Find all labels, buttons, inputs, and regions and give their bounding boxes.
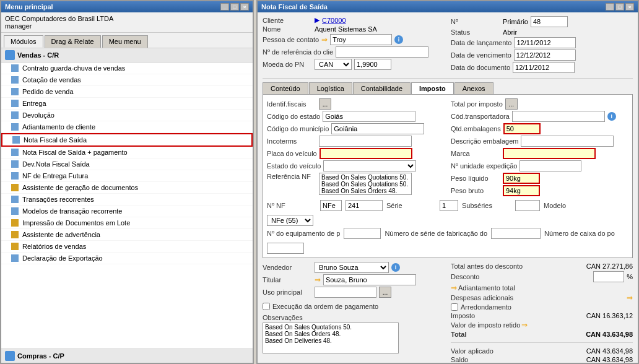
menu-item-dev-nota[interactable]: Dev.Nota Fiscal Saída — [1, 158, 253, 170]
incoterms-input[interactable] — [319, 136, 412, 147]
menu-item-adiantamento[interactable]: Adiantamento de cliente — [1, 121, 253, 133]
item-label-declaracao: Declaração de Exportação — [22, 254, 103, 262]
item-label-assistente-geracao: Assistente de geração de documentos — [22, 184, 138, 191]
subseries-input[interactable] — [515, 200, 540, 211]
vendedor-info-icon[interactable]: i — [391, 263, 400, 272]
right-minimize-button[interactable]: _ — [606, 3, 614, 11]
fabricacao-input[interactable] — [491, 228, 541, 239]
arredondamento-checkbox[interactable] — [451, 303, 458, 311]
menu-item-nf-futura[interactable]: NF de Entrega Futura — [1, 170, 253, 182]
saldo-row: Saldo CAN 43.634,98 — [451, 355, 633, 363]
right-panel: Nota Fiscal de Saída _ □ × Cliente ▶ C70… — [256, 0, 639, 364]
section-label-vendas: Vendas - C/R — [17, 51, 59, 59]
valor-aplicado-value: CAN 43.634,98 — [586, 347, 633, 355]
minimize-button[interactable]: _ — [220, 3, 229, 11]
marca-row: Marca — [451, 148, 628, 159]
observacoes-textarea[interactable]: Based On Sales Quotations 50. Based On S… — [263, 323, 399, 353]
menu-item-declaracao[interactable]: Declaração de Exportação — [1, 253, 253, 264]
nro-nf-input[interactable] — [346, 200, 383, 211]
menu-item-modelos[interactable]: Modelos de transação recorrente — [1, 206, 253, 217]
moeda-label: Moeda do PN — [263, 61, 312, 68]
cliente-value[interactable]: C70000 — [322, 17, 346, 24]
vencimento-input[interactable] — [514, 50, 576, 61]
qtd-emb-row: Qtd.embalagens — [451, 123, 628, 134]
estado-row: Estado do veículo — [267, 160, 445, 171]
menu-item-relatorios[interactable]: Relatórios de vendas — [1, 241, 253, 253]
desc-emb-input[interactable] — [521, 136, 614, 147]
vendedor-select[interactable]: Bruno Souza — [315, 262, 389, 273]
right-maximize-button[interactable]: □ — [615, 3, 624, 11]
serie-input[interactable] — [440, 200, 458, 211]
uso-input[interactable] — [315, 287, 376, 298]
lancamento-input[interactable] — [514, 37, 576, 48]
equipamento-input[interactable] — [344, 228, 381, 239]
menu-item-pedido[interactable]: Pedido de venda — [1, 86, 253, 98]
imposto-sum-label: Imposto — [451, 312, 500, 319]
moeda-rate[interactable] — [354, 59, 391, 70]
item-icon-nota-fiscal — [12, 136, 20, 144]
menu-item-entrega[interactable]: Entrega — [1, 98, 253, 110]
ref-input[interactable] — [336, 46, 428, 58]
nro-nf-type[interactable] — [320, 200, 342, 211]
menu-item-nota-fiscal[interactable]: Nota Fiscal de Saída — [1, 133, 253, 147]
compras-icon — [5, 351, 15, 361]
cod-transp-info-icon[interactable]: i — [607, 112, 616, 121]
item-label-devolucao: Devolução — [22, 111, 54, 119]
marca-input[interactable] — [503, 148, 596, 159]
tab-anexos[interactable]: Anexos — [454, 82, 493, 94]
maximize-button[interactable]: □ — [230, 3, 239, 11]
desconto-input[interactable] — [593, 271, 624, 282]
titular-input[interactable] — [323, 274, 416, 285]
moeda-select[interactable]: CAN — [315, 59, 352, 70]
tab-drag-relate[interactable]: Drag & Relate — [45, 35, 101, 48]
right-titlebar-buttons: _ □ × — [606, 3, 634, 11]
menu-item-transacoes[interactable]: Transações recorrentes — [1, 194, 253, 206]
menu-item-contrato[interactable]: Contrato guarda-chuva de vendas — [1, 63, 253, 74]
execucao-checkbox[interactable] — [263, 303, 270, 310]
pessoa-input[interactable] — [330, 34, 392, 45]
arredondamento-label: Arredondamento — [461, 303, 511, 311]
menu-item-assistente-adv[interactable]: Assistente de advertência — [1, 229, 253, 241]
tab-contabilidade[interactable]: Contabilidade — [353, 82, 411, 94]
pessoa-info-icon[interactable]: i — [394, 35, 403, 44]
tab-meu-menu[interactable]: Meu menu — [102, 35, 148, 48]
tab-modulos[interactable]: Módulos — [4, 35, 43, 48]
menu-item-nota-fiscal-pag[interactable]: Nota Fiscal de Saída + pagamento — [1, 147, 253, 158]
menu-item-assistente-geracao[interactable]: Assistente de geração de documentos — [1, 182, 253, 194]
imposto-two-col: Identif.fiscais ... Código do estado Cód… — [267, 98, 628, 197]
total-imposto-button[interactable]: ... — [505, 98, 518, 110]
referencia-textarea[interactable]: Based On Sales Quotations 50. Based On S… — [319, 173, 412, 195]
item-icon-devolucao — [11, 111, 19, 119]
menu-item-impressao[interactable]: Impressão de Documentos em Lote — [1, 217, 253, 229]
right-close-button[interactable]: × — [625, 3, 634, 11]
tab-imposto[interactable]: Imposto — [411, 82, 454, 94]
peso-liq-input[interactable] — [503, 173, 540, 184]
cod-estado-input[interactable] — [323, 111, 415, 122]
desconto-row: Desconto % — [451, 271, 633, 283]
documento-label: Data do documento — [451, 64, 510, 71]
modelo-select[interactable]: NFe (55) — [267, 215, 313, 226]
cod-transp-input[interactable] — [512, 111, 605, 122]
menu-item-cotacao[interactable]: Cotação de vendas — [1, 74, 253, 86]
total-imposto-row: Total por imposto ... — [451, 98, 628, 110]
close-button[interactable]: × — [240, 3, 249, 11]
nro-unidade-input[interactable] — [519, 160, 581, 171]
documento-input[interactable] — [513, 62, 575, 73]
qtd-emb-label: Qtd.embalagens — [451, 125, 501, 132]
identif-button[interactable]: ... — [319, 98, 331, 110]
menu-item-devolucao[interactable]: Devolução — [1, 110, 253, 121]
cod-transp-row: Cód.transportadora i — [451, 111, 628, 122]
uso-button[interactable]: ... — [379, 287, 391, 298]
peso-bruto-row: Peso bruto — [451, 185, 628, 196]
estado-select[interactable] — [323, 160, 416, 171]
tab-logistica[interactable]: Logística — [309, 82, 352, 94]
cod-municipio-input[interactable] — [331, 123, 424, 134]
content-tabs: Conteúdo Logística Contabilidade Imposto… — [263, 82, 633, 94]
qtd-emb-input[interactable] — [503, 123, 541, 134]
no-input[interactable] — [531, 16, 568, 27]
placa-input[interactable] — [320, 148, 412, 159]
tab-conteudo[interactable]: Conteúdo — [263, 82, 308, 94]
caixa-input[interactable] — [267, 243, 304, 254]
vendas-icon — [5, 50, 15, 60]
peso-bruto-input[interactable] — [503, 185, 540, 196]
